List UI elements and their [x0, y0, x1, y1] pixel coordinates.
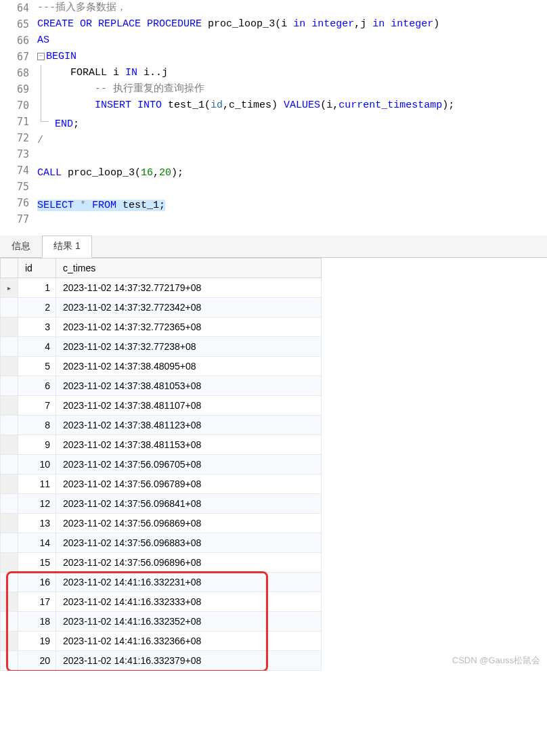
table-row[interactable]: 62023-11-02 14:37:38.481053+08 — [1, 376, 322, 396]
line-number: 69 — [0, 81, 29, 97]
row-marker — [1, 298, 18, 317]
cell-id[interactable]: 14 — [18, 533, 56, 553]
row-marker — [1, 573, 18, 592]
cell-id[interactable]: 10 — [18, 455, 56, 474]
line-number: 65 — [0, 16, 29, 32]
table-row[interactable]: 172023-11-02 14:41:16.332333+08 — [1, 592, 322, 612]
table-row[interactable]: 162023-11-02 14:41:16.332231+08 — [1, 573, 322, 592]
row-marker — [1, 317, 18, 337]
cell-ctimes[interactable]: 2023-11-02 14:37:56.096841+08 — [56, 494, 322, 514]
cell-ctimes[interactable]: 2023-11-02 14:37:38.481123+08 — [56, 416, 322, 435]
cell-ctimes[interactable]: 2023-11-02 14:37:32.77238+08 — [56, 337, 322, 357]
code-line[interactable]: INSERT INTO test_1(id,c_times) VALUES(i,… — [37, 97, 547, 114]
code-line[interactable]: ---插入多条数据， — [37, 0, 547, 16]
table-row[interactable]: 32023-11-02 14:37:32.772365+08 — [1, 317, 322, 337]
code-line[interactable]: CREATE OR REPLACE PROCEDURE proc_loop_3(… — [37, 16, 547, 32]
code-line[interactable]: -- 执行重复的查询操作 — [37, 81, 547, 97]
cell-ctimes[interactable]: 2023-11-02 14:37:38.481053+08 — [56, 376, 322, 396]
row-marker — [1, 514, 18, 533]
line-number: 67 — [0, 49, 29, 65]
cell-id[interactable]: 17 — [18, 592, 56, 612]
cell-ctimes[interactable]: 2023-11-02 14:37:56.096705+08 — [56, 455, 322, 474]
cell-id[interactable]: 3 — [18, 317, 56, 337]
table-row[interactable]: 52023-11-02 14:37:38.48095+08 — [1, 357, 322, 376]
cell-id[interactable]: 5 — [18, 357, 56, 376]
table-row[interactable]: 202023-11-02 14:41:16.332379+08 — [1, 651, 322, 671]
code-line[interactable]: SELECT * FROM test_1; — [37, 198, 547, 214]
line-number: 75 — [0, 179, 29, 195]
table-row[interactable]: 82023-11-02 14:37:38.481123+08 — [1, 416, 322, 435]
table-row[interactable]: 192023-11-02 14:41:16.332366+08 — [1, 631, 322, 651]
cell-id[interactable]: 18 — [18, 612, 56, 631]
fold-toggle-icon[interactable]: − — [37, 53, 45, 60]
cell-id[interactable]: 15 — [18, 553, 56, 573]
cell-id[interactable]: 20 — [18, 651, 56, 671]
result-tabs: 信息 结果 1 — [0, 236, 547, 258]
cell-id[interactable]: 8 — [18, 416, 56, 435]
code-line[interactable]: END; — [37, 114, 547, 133]
cell-ctimes[interactable]: 2023-11-02 14:37:56.096789+08 — [56, 474, 322, 494]
cell-ctimes[interactable]: 2023-11-02 14:37:56.096896+08 — [56, 553, 322, 573]
cell-id[interactable]: 7 — [18, 396, 56, 416]
line-number: 68 — [0, 65, 29, 81]
table-row[interactable]: 22023-11-02 14:37:32.772342+08 — [1, 298, 322, 317]
cell-id[interactable]: 16 — [18, 573, 56, 592]
cell-ctimes[interactable]: 2023-11-02 14:41:16.332366+08 — [56, 631, 322, 651]
line-number: 77 — [0, 211, 29, 227]
cell-ctimes[interactable]: 2023-11-02 14:37:56.096869+08 — [56, 514, 322, 533]
cell-ctimes[interactable]: 2023-11-02 14:41:16.332352+08 — [56, 612, 322, 631]
cell-ctimes[interactable]: 2023-11-02 14:37:32.772179+08 — [56, 278, 322, 298]
row-marker — [1, 553, 18, 573]
cell-ctimes[interactable]: 2023-11-02 14:41:16.332231+08 — [56, 573, 322, 592]
cell-id[interactable]: 2 — [18, 298, 56, 317]
table-row[interactable]: 152023-11-02 14:37:56.096896+08 — [1, 553, 322, 573]
cell-id[interactable]: 1 — [18, 278, 56, 298]
table-row[interactable]: 112023-11-02 14:37:56.096789+08 — [1, 474, 322, 494]
cell-ctimes[interactable]: 2023-11-02 14:37:38.481153+08 — [56, 435, 322, 455]
cell-ctimes[interactable]: 2023-11-02 14:37:32.772342+08 — [56, 298, 322, 317]
cell-ctimes[interactable]: 2023-11-02 14:41:16.332379+08 — [56, 651, 322, 671]
row-marker — [1, 278, 18, 298]
table-row[interactable]: 102023-11-02 14:37:56.096705+08 — [1, 455, 322, 474]
table-row[interactable]: 132023-11-02 14:37:56.096869+08 — [1, 514, 322, 533]
line-number: 74 — [0, 162, 29, 179]
cell-id[interactable]: 4 — [18, 337, 56, 357]
table-row[interactable]: 42023-11-02 14:37:32.77238+08 — [1, 337, 322, 357]
code-line[interactable]: FORALL i IN i..j — [37, 65, 547, 81]
row-marker — [1, 592, 18, 612]
cell-ctimes[interactable]: 2023-11-02 14:37:56.096883+08 — [56, 533, 322, 553]
code-line[interactable] — [37, 214, 547, 230]
cell-id[interactable]: 9 — [18, 435, 56, 455]
column-header-id[interactable]: id — [18, 259, 56, 278]
line-number: 73 — [0, 146, 29, 162]
code-line[interactable]: CALL proc_loop_3(16,20); — [37, 165, 547, 181]
table-row[interactable]: 182023-11-02 14:41:16.332352+08 — [1, 612, 322, 631]
table-row[interactable]: 72023-11-02 14:37:38.481107+08 — [1, 396, 322, 416]
code-line[interactable]: / — [37, 133, 547, 149]
table-row[interactable]: 92023-11-02 14:37:38.481153+08 — [1, 435, 322, 455]
cell-id[interactable]: 12 — [18, 494, 56, 514]
results-table[interactable]: id c_times 12023-11-02 14:37:32.772179+0… — [0, 258, 322, 671]
cell-id[interactable]: 6 — [18, 376, 56, 396]
row-marker — [1, 435, 18, 455]
code-content[interactable]: ---插入多条数据，CREATE OR REPLACE PROCEDURE pr… — [37, 0, 547, 230]
code-editor[interactable]: 6465666768697071727374757677 ---插入多条数据，C… — [0, 0, 547, 230]
table-row[interactable]: 12023-11-02 14:37:32.772179+08 — [1, 278, 322, 298]
cell-ctimes[interactable]: 2023-11-02 14:37:32.772365+08 — [56, 317, 322, 337]
code-line[interactable]: AS — [37, 32, 547, 49]
cell-id[interactable]: 19 — [18, 631, 56, 651]
cell-ctimes[interactable]: 2023-11-02 14:41:16.332333+08 — [56, 592, 322, 612]
code-line[interactable] — [37, 149, 547, 165]
row-marker — [1, 337, 18, 357]
table-row[interactable]: 142023-11-02 14:37:56.096883+08 — [1, 533, 322, 553]
code-line[interactable] — [37, 181, 547, 198]
cell-id[interactable]: 13 — [18, 514, 56, 533]
cell-id[interactable]: 11 — [18, 474, 56, 494]
code-line[interactable]: −BEGIN — [37, 49, 547, 65]
tab-info[interactable]: 信息 — [0, 236, 42, 257]
cell-ctimes[interactable]: 2023-11-02 14:37:38.48095+08 — [56, 357, 322, 376]
tab-result-1[interactable]: 结果 1 — [42, 236, 92, 258]
column-header-ctimes[interactable]: c_times — [56, 259, 322, 278]
table-row[interactable]: 122023-11-02 14:37:56.096841+08 — [1, 494, 322, 514]
cell-ctimes[interactable]: 2023-11-02 14:37:38.481107+08 — [56, 396, 322, 416]
